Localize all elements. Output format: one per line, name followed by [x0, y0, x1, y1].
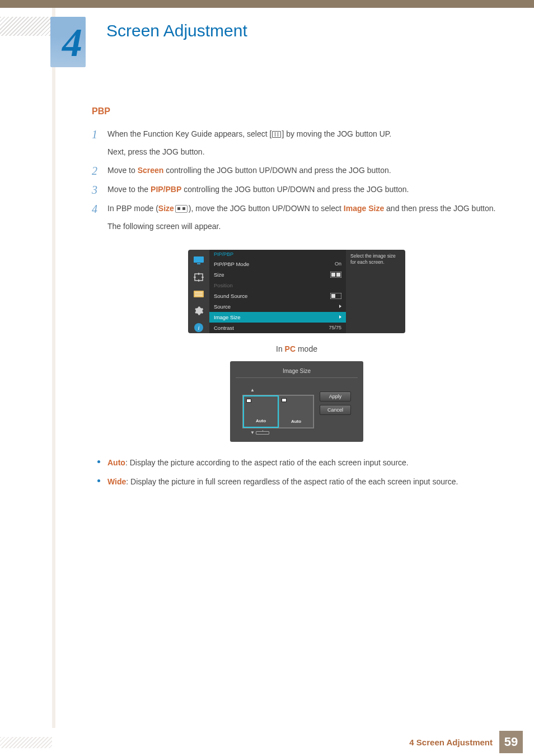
selector-screenshot: Image Size ▲ Auto Auto ▼ — [92, 361, 502, 442]
svg-rect-0 — [194, 256, 204, 263]
osd-value-icon — [330, 293, 341, 299]
step-text: ] by moving the JOG button UP. — [282, 129, 391, 138]
footer-hatch — [0, 737, 52, 748]
osd-description: Select the image size for each screen. — [346, 250, 405, 333]
selector-right-label: Auto — [291, 419, 301, 424]
mode-caption: In PC mode — [92, 344, 502, 353]
chapter-badge: 4 — [50, 17, 86, 67]
step-body: When the Function Key Guide appears, sel… — [107, 128, 502, 158]
keyword: Wide — [107, 477, 126, 486]
step-body: Move to Screen controlling the JOG butto… — [107, 164, 502, 178]
bullet-list: Auto: Display the picture according to t… — [92, 456, 502, 488]
osd-label: Sound Source — [214, 293, 247, 299]
small-box-icon — [282, 398, 287, 402]
single-left-icon — [330, 293, 341, 299]
svg-rect-13 — [331, 294, 335, 298]
step-text: When the Function Key Guide appears, sel… — [107, 129, 271, 138]
step-text: Move to the — [107, 185, 151, 194]
step-body: Move to the PIP/PBP controlling the JOG … — [107, 183, 502, 197]
osd-row-mode: PIP/PBP Mode On — [209, 259, 346, 269]
osd-value: 75/75 — [329, 325, 341, 330]
osd-nav-rail: i — [188, 250, 209, 333]
footer: 4 Screen Adjustment 59 — [0, 728, 534, 756]
small-box-icon — [246, 399, 251, 403]
selector-left-label: Auto — [256, 418, 266, 423]
top-bar — [0, 0, 534, 8]
bullet-text: : Display the picture according to the a… — [125, 458, 409, 467]
svg-rect-1 — [197, 263, 200, 264]
keyword: Auto — [107, 458, 125, 467]
selector-preview: ▲ Auto Auto ▼ — [242, 388, 314, 435]
arrow-down-icon: ▼ — [250, 431, 314, 435]
dual-box-icon — [330, 272, 341, 278]
svg-rect-10 — [331, 273, 335, 277]
chapter-number: 4 — [62, 22, 82, 63]
bullet-auto: Auto: Display the picture according to t… — [107, 456, 502, 469]
step-text: controlling the JOG button UP/DOWN and p… — [163, 166, 391, 175]
step-subtext: Next, press the JOG button. — [107, 146, 502, 158]
step-2: 2 Move to Screen controlling the JOG but… — [92, 164, 502, 178]
step-3: 3 Move to the PIP/PBP controlling the JO… — [92, 183, 502, 197]
step-4: 4 In PBP mode (Size), move the JOG butto… — [92, 202, 502, 233]
info-icon: i — [193, 323, 204, 333]
selector-screen-left: Auto — [243, 395, 279, 428]
keyword: Screen — [138, 166, 164, 175]
step-number: 2 — [92, 164, 107, 178]
monitor-icon — [193, 255, 204, 265]
dual-screen-icon — [175, 205, 188, 213]
osd-label: Position — [214, 282, 233, 288]
osd-row-sound: Sound Source — [209, 291, 346, 301]
caption-text: mode — [296, 344, 317, 353]
page-number: 59 — [499, 731, 523, 753]
osd-label: Size — [214, 272, 224, 278]
arrow-right-icon — [339, 305, 341, 308]
cancel-button: Cancel — [320, 405, 351, 415]
osd-label: PIP/PBP Mode — [214, 261, 249, 267]
osd-label: Contrast — [214, 325, 234, 331]
jog-icon — [256, 431, 269, 435]
osd-main: PIP/PBP PIP/PBP Mode On Size Position So… — [209, 250, 346, 333]
bullet-wide: Wide: Display the picture in full screen… — [107, 475, 502, 488]
osd-row-position: Position — [209, 280, 346, 291]
menu-icon — [272, 131, 281, 138]
keyword: Size — [158, 204, 174, 213]
osd-value-icon — [339, 315, 341, 319]
selector-screen-right: Auto — [279, 395, 313, 428]
step-subtext: The following screen will appear. — [107, 220, 502, 232]
osd-value-icon — [339, 305, 341, 308]
step-text: controlling the JOG button UP/DOWN and p… — [181, 185, 409, 194]
header-hatch — [0, 17, 53, 36]
gear-icon — [193, 306, 204, 316]
step-body: In PBP mode (Size), move the JOG button … — [107, 202, 502, 233]
step-number: 1 — [92, 128, 107, 158]
arrow-right-icon — [339, 315, 341, 319]
svg-rect-11 — [336, 273, 340, 277]
svg-text:i: i — [198, 324, 199, 331]
osd-row-size: Size — [209, 269, 346, 280]
osd-row-source: Source — [209, 301, 346, 312]
osd-row-contrast: Contrast 75/75 — [209, 323, 346, 333]
selector-title: Image Size — [236, 366, 358, 378]
step-list: 1 When the Function Key Guide appears, s… — [92, 128, 502, 233]
step-text: Move to — [107, 166, 138, 175]
step-number: 4 — [92, 202, 107, 233]
osd-title: PIP/PBP — [209, 250, 346, 259]
resize-icon — [193, 272, 204, 282]
osd-value-icon — [330, 272, 341, 278]
footer-text: 4 Screen Adjustment — [409, 738, 493, 747]
step-1: 1 When the Function Key Guide appears, s… — [92, 128, 502, 158]
keyword: PIP/PBP — [151, 185, 181, 194]
side-stripe — [52, 8, 55, 728]
keyword: PC — [285, 344, 296, 353]
osd-value: On — [335, 261, 341, 267]
step-text: and then press the JOG button. — [384, 204, 495, 213]
content-area: PBP 1 When the Function Key Guide appear… — [92, 106, 502, 494]
keyword: Image Size — [344, 204, 384, 213]
osd-screenshot: i PIP/PBP PIP/PBP Mode On Size Position — [92, 250, 502, 333]
bullet-text: : Display the picture in full screen reg… — [126, 477, 458, 486]
arrow-up-icon: ▲ — [250, 388, 314, 393]
apply-button: Apply — [320, 391, 351, 402]
osd-label: Image Size — [214, 314, 241, 320]
section-heading: PBP — [92, 106, 502, 116]
osd-row-imagesize: Image Size — [209, 312, 346, 323]
